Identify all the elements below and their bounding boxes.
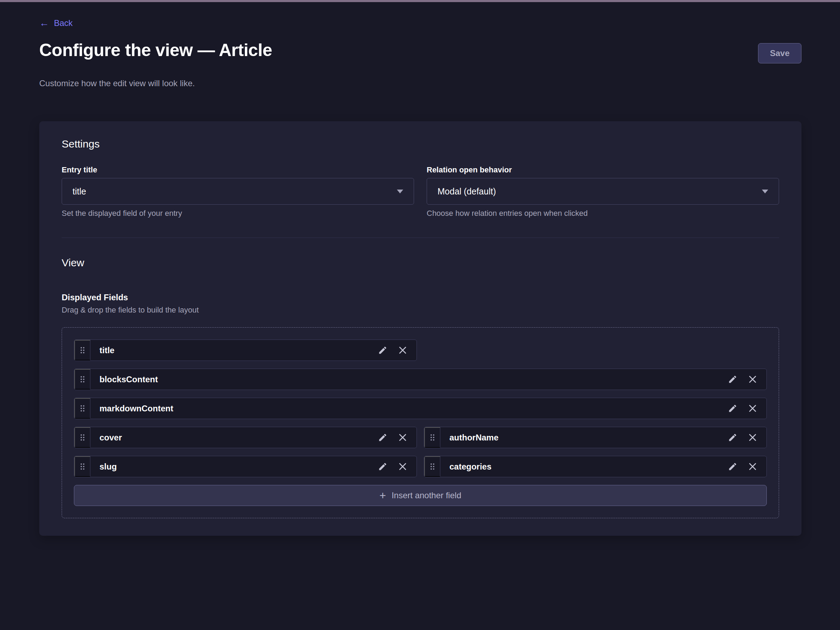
back-arrow-icon: ←	[39, 18, 49, 28]
field-row-actions	[378, 340, 417, 360]
edit-field-button[interactable]	[728, 433, 737, 442]
drag-handle[interactable]	[74, 456, 90, 477]
field-row: blocksContent	[74, 369, 767, 390]
drag-dots-icon	[80, 346, 85, 354]
pencil-icon	[378, 462, 387, 471]
cross-icon	[398, 462, 407, 471]
top-accent-bar	[0, 0, 840, 2]
pencil-icon	[378, 433, 387, 442]
field-row: categories	[424, 456, 767, 477]
pencil-icon	[728, 404, 737, 413]
relation-open-behavior-hint: Choose how relation entries open when cl…	[427, 209, 779, 218]
drag-dots-icon	[80, 463, 85, 471]
remove-field-button[interactable]	[748, 462, 757, 471]
cross-icon	[748, 433, 757, 442]
chevron-down-icon	[762, 189, 768, 193]
field-label: blocksContent	[90, 369, 728, 390]
relation-open-behavior-field-group: Relation open behavior Modal (default) C…	[427, 166, 779, 218]
relation-open-behavior-label: Relation open behavior	[427, 166, 779, 175]
back-link-label: Back	[54, 18, 73, 28]
drag-handle[interactable]	[74, 427, 90, 448]
section-divider	[62, 238, 779, 238]
cross-icon	[748, 374, 757, 384]
edit-field-button[interactable]	[728, 462, 737, 471]
relation-open-behavior-select[interactable]: Modal (default)	[427, 178, 779, 205]
entry-title-select[interactable]: title	[62, 178, 414, 205]
field-row-actions	[728, 456, 766, 477]
displayed-fields-subtitle: Drag & drop the fields to build the layo…	[62, 306, 779, 315]
field-row: title	[74, 339, 417, 361]
page-title: Configure the view — Article	[39, 40, 272, 60]
cross-icon	[398, 433, 407, 442]
entry-title-field-group: Entry title title Set the displayed fiel…	[62, 166, 414, 218]
field-label: cover	[90, 427, 378, 448]
edit-field-button[interactable]	[378, 433, 387, 442]
remove-field-button[interactable]	[398, 433, 407, 442]
field-label: authorName	[441, 427, 728, 448]
field-row: slug	[74, 456, 417, 477]
entry-title-hint: Set the displayed field of your entry	[62, 209, 414, 218]
drag-handle[interactable]	[424, 456, 441, 477]
drag-dots-icon	[80, 375, 85, 383]
pencil-icon	[728, 462, 737, 471]
relation-open-behavior-value: Modal (default)	[437, 186, 496, 197]
chevron-down-icon	[397, 189, 403, 193]
field-row: cover	[74, 427, 417, 448]
field-row-actions	[728, 427, 766, 448]
drag-dots-icon	[430, 463, 435, 471]
pencil-icon	[728, 374, 737, 384]
cross-icon	[398, 346, 407, 355]
remove-field-button[interactable]	[748, 374, 757, 384]
field-row-actions	[728, 398, 766, 419]
entry-title-label: Entry title	[62, 166, 414, 175]
drag-handle[interactable]	[74, 398, 90, 419]
insert-another-field-label: Insert another field	[392, 491, 461, 501]
remove-field-button[interactable]	[748, 404, 757, 413]
drag-handle[interactable]	[74, 369, 90, 390]
field-label: slug	[90, 456, 378, 477]
edit-field-button[interactable]	[728, 374, 737, 384]
cross-icon	[748, 404, 757, 413]
field-row: authorName	[424, 427, 767, 448]
edit-field-button[interactable]	[378, 346, 387, 355]
drag-dots-icon	[430, 433, 435, 442]
settings-heading: Settings	[62, 138, 779, 150]
insert-another-field-button[interactable]: + Insert another field	[74, 485, 767, 506]
drag-dots-icon	[80, 404, 85, 412]
page-subtitle: Customize how the edit view will look li…	[39, 79, 195, 88]
field-label: categories	[441, 456, 728, 477]
cross-icon	[748, 462, 757, 471]
displayed-fields-title: Displayed Fields	[62, 292, 779, 302]
remove-field-button[interactable]	[398, 346, 407, 355]
field-row-actions	[378, 456, 417, 477]
field-row: markdownContent	[74, 398, 767, 419]
pencil-icon	[378, 346, 387, 355]
field-label: markdownContent	[90, 398, 728, 419]
drag-dots-icon	[80, 433, 85, 442]
drag-handle[interactable]	[74, 340, 90, 360]
field-row-actions	[378, 427, 417, 448]
view-heading: View	[62, 257, 779, 269]
edit-field-button[interactable]	[378, 462, 387, 471]
pencil-icon	[728, 433, 737, 442]
plus-icon: +	[379, 490, 386, 501]
remove-field-button[interactable]	[398, 462, 407, 471]
field-row-actions	[728, 369, 766, 390]
configure-view-card: Settings Entry title title Set the displ…	[39, 121, 802, 536]
back-link[interactable]: ← Back	[39, 18, 73, 28]
field-label: title	[90, 340, 378, 360]
entry-title-value: title	[73, 186, 86, 197]
remove-field-button[interactable]	[748, 433, 757, 442]
save-button[interactable]: Save	[758, 43, 802, 63]
layout-builder-dropzone: title blocksConten	[62, 327, 779, 518]
drag-handle[interactable]	[424, 427, 441, 448]
fields-grid: title blocksConten	[74, 339, 767, 506]
settings-grid: Entry title title Set the displayed fiel…	[62, 166, 779, 218]
edit-field-button[interactable]	[728, 404, 737, 413]
